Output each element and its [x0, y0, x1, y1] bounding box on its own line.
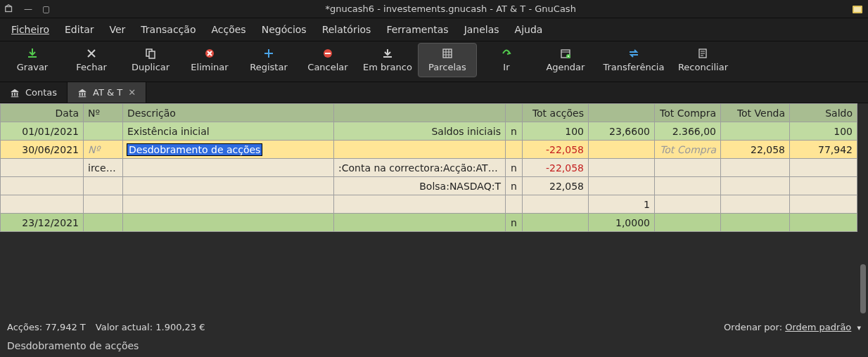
cell-no[interactable]	[84, 122, 123, 141]
svg-rect-2	[854, 7, 861, 12]
menubar: Ficheiro Editar Ver Transacção Acções Ne…	[0, 18, 868, 41]
cell-flag[interactable]	[506, 141, 523, 159]
table-row[interactable]: 23/12/2021 n 1,0000	[1, 214, 857, 232]
selected-desc[interactable]: Desdobramento de acções	[127, 144, 262, 155]
agendar-button[interactable]: Agendar	[536, 43, 595, 77]
window-maximize-icon[interactable]: ▢	[42, 4, 50, 14]
cell-sell[interactable]	[721, 122, 790, 141]
toolbar: Gravar Fechar Duplicar Eliminar Registar…	[0, 41, 868, 82]
status-shares: Acções: 77,942 T	[7, 322, 86, 332]
duplicar-button[interactable]: Duplicar	[121, 43, 180, 77]
menu-janelas[interactable]: Janelas	[457, 21, 506, 38]
col-totaccoes[interactable]: Tot acções	[523, 104, 589, 122]
fechar-button[interactable]: Fechar	[62, 43, 121, 77]
menu-ferramentas[interactable]: Ferramentas	[379, 21, 455, 38]
svg-rect-0	[6, 6, 12, 11]
window-title: *gnucash6 - investements.gnucash - AT & …	[58, 4, 843, 14]
cell-shares[interactable]: 100	[523, 122, 589, 141]
cell-price[interactable]: 23,6600	[589, 122, 655, 141]
tab-att[interactable]: AT & T ✕	[68, 82, 146, 103]
scrollbar-thumb[interactable]	[860, 264, 866, 313]
menu-ver[interactable]: Ver	[102, 21, 132, 38]
cell-date[interactable]: 23/12/2021	[1, 214, 84, 232]
transferencia-button[interactable]: Transferência	[595, 43, 672, 77]
ir-button[interactable]: Ir	[477, 43, 536, 77]
close-icon[interactable]: ✕	[128, 87, 136, 98]
status-bar: Acções: 77,942 T Valor actual: 1.900,23 …	[0, 318, 868, 336]
cancelar-button[interactable]: Cancelar	[298, 43, 357, 77]
cell-date[interactable]: 01/01/2021	[1, 122, 84, 141]
cell-acct[interactable]: Bolsa:NASDAQ:T	[334, 177, 506, 195]
cell-split-label[interactable]: ircelas	[84, 159, 123, 177]
col-totcompra[interactable]: Tot Compra	[655, 104, 721, 122]
svg-rect-3	[28, 56, 37, 58]
table-row[interactable]: 01/01/2021 Existência inicial Saldos ini…	[1, 122, 857, 141]
cell-price[interactable]	[589, 141, 655, 159]
menu-ajuda[interactable]: Ajuda	[508, 21, 550, 38]
cell-price[interactable]: 1,0000	[589, 214, 655, 232]
svg-rect-10	[443, 49, 452, 58]
table-row[interactable]: 1	[1, 195, 857, 214]
cell-balance[interactable]: 77,942	[790, 141, 857, 159]
col-totvenda[interactable]: Tot Venda	[721, 104, 790, 122]
cell-flag[interactable]: n	[506, 122, 523, 141]
header-row[interactable]: Data Nº Descrição Tot acções Tot Compra …	[1, 104, 857, 122]
menu-editar[interactable]: Editar	[58, 21, 101, 38]
menu-relatorios[interactable]: Relatórios	[315, 21, 378, 38]
table-row[interactable]: ircelas :Conta na correctora:Acção:AT & …	[1, 159, 857, 177]
cell-buy-placeholder[interactable]: Tot Compra	[655, 141, 721, 159]
cell-shares[interactable]: -22,058	[523, 141, 589, 159]
status-value: Valor actual: 1.900,23 €	[96, 322, 205, 332]
status-message: Desdobramento de acções	[0, 336, 868, 357]
table-row[interactable]: Bolsa:NASDAQ:T n 22,058	[1, 177, 857, 195]
svg-rect-8	[325, 53, 331, 54]
table-row[interactable]: 30/06/2021 Nº Desdobramento de acções -2…	[1, 141, 857, 159]
cell-acct[interactable]: Saldos iniciais	[334, 122, 506, 141]
window-minimize-icon[interactable]: —	[24, 4, 32, 14]
col-saldo[interactable]: Saldo	[790, 104, 857, 122]
chevron-down-icon: ▾	[857, 323, 861, 332]
cell-desc[interactable]: Desdobramento de acções	[123, 141, 334, 159]
cell-no-placeholder[interactable]: Nº	[84, 141, 123, 159]
registar-button[interactable]: Registar	[239, 43, 298, 77]
col-data[interactable]: Data	[1, 104, 84, 122]
parcelas-button[interactable]: Parcelas	[418, 43, 477, 77]
cell-shares[interactable]: 22,058	[523, 177, 589, 195]
menu-transaccao[interactable]: Transacção	[134, 21, 203, 38]
cell-flag[interactable]: n	[506, 214, 523, 232]
gravar-button[interactable]: Gravar	[3, 43, 62, 77]
vertical-scrollbar[interactable]	[858, 103, 868, 318]
embranco-button[interactable]: Em branco	[357, 43, 418, 77]
bank-icon	[77, 88, 87, 98]
menu-accoes[interactable]: Acções	[204, 21, 253, 38]
svg-rect-5	[149, 51, 155, 58]
cell-desc[interactable]: Existência inicial	[123, 122, 334, 141]
col-blank1[interactable]	[334, 104, 506, 122]
cell-shares[interactable]: -22,058	[523, 159, 589, 177]
col-descricao[interactable]: Descrição	[123, 104, 334, 122]
col-no[interactable]: Nº	[84, 104, 123, 122]
reconciliar-button[interactable]: Reconciliar	[672, 43, 734, 77]
cell-sell[interactable]: 22,058	[721, 141, 790, 159]
menu-ficheiro[interactable]: Ficheiro	[4, 21, 56, 38]
register-table[interactable]: Data Nº Descrição Tot acções Tot Compra …	[0, 103, 858, 318]
svg-rect-9	[383, 56, 392, 58]
app-menu-icon[interactable]	[4, 4, 14, 14]
cell-date[interactable]: 30/06/2021	[1, 141, 84, 159]
tab-bar: Contas AT & T ✕	[0, 82, 868, 103]
app-logo-icon	[851, 3, 864, 15]
col-blank2[interactable]	[506, 104, 523, 122]
sort-selector[interactable]: Ordenar por: Ordem padrão ▾	[724, 322, 861, 332]
cell-acct[interactable]: :Conta na correctora:Acção:AT & T	[334, 159, 506, 177]
menu-negocios[interactable]: Negócios	[255, 21, 314, 38]
cell-price[interactable]: 1	[589, 195, 655, 214]
cell-flag[interactable]: n	[506, 159, 523, 177]
bank-icon	[10, 88, 20, 98]
col-blank3[interactable]	[589, 104, 655, 122]
cell-buy[interactable]: 2.366,00	[655, 122, 721, 141]
cell-balance[interactable]: 100	[790, 122, 857, 141]
cell-flag[interactable]: n	[506, 177, 523, 195]
cell-acct[interactable]	[334, 141, 506, 159]
tab-contas[interactable]: Contas	[0, 82, 68, 103]
eliminar-button[interactable]: Eliminar	[180, 43, 239, 77]
